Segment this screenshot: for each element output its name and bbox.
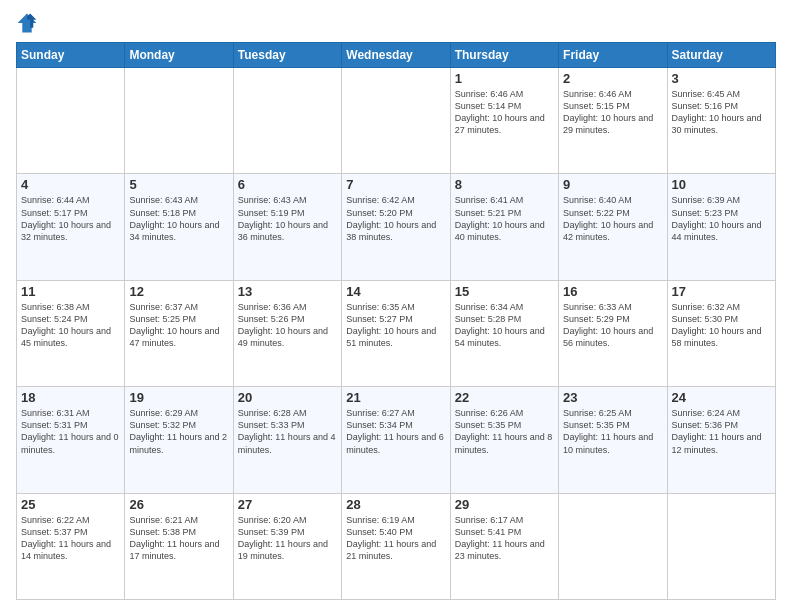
calendar-cell: 16Sunrise: 6:33 AM Sunset: 5:29 PM Dayli… (559, 280, 667, 386)
day-info: Sunrise: 6:37 AM Sunset: 5:25 PM Dayligh… (129, 301, 228, 350)
day-info: Sunrise: 6:40 AM Sunset: 5:22 PM Dayligh… (563, 194, 662, 243)
day-info: Sunrise: 6:43 AM Sunset: 5:19 PM Dayligh… (238, 194, 337, 243)
calendar-cell: 5Sunrise: 6:43 AM Sunset: 5:18 PM Daylig… (125, 174, 233, 280)
day-number: 11 (21, 284, 120, 299)
calendar-cell (667, 493, 775, 599)
calendar-day-header: Monday (125, 43, 233, 68)
day-number: 29 (455, 497, 554, 512)
calendar-cell: 28Sunrise: 6:19 AM Sunset: 5:40 PM Dayli… (342, 493, 450, 599)
page: SundayMondayTuesdayWednesdayThursdayFrid… (0, 0, 792, 612)
calendar-cell: 12Sunrise: 6:37 AM Sunset: 5:25 PM Dayli… (125, 280, 233, 386)
day-info: Sunrise: 6:24 AM Sunset: 5:36 PM Dayligh… (672, 407, 771, 456)
calendar-cell: 18Sunrise: 6:31 AM Sunset: 5:31 PM Dayli… (17, 387, 125, 493)
calendar-cell: 27Sunrise: 6:20 AM Sunset: 5:39 PM Dayli… (233, 493, 341, 599)
calendar-cell: 7Sunrise: 6:42 AM Sunset: 5:20 PM Daylig… (342, 174, 450, 280)
day-info: Sunrise: 6:19 AM Sunset: 5:40 PM Dayligh… (346, 514, 445, 563)
day-info: Sunrise: 6:46 AM Sunset: 5:14 PM Dayligh… (455, 88, 554, 137)
calendar-day-header: Wednesday (342, 43, 450, 68)
calendar-cell (233, 68, 341, 174)
day-info: Sunrise: 6:25 AM Sunset: 5:35 PM Dayligh… (563, 407, 662, 456)
logo-icon (16, 12, 38, 34)
calendar-day-header: Sunday (17, 43, 125, 68)
day-info: Sunrise: 6:22 AM Sunset: 5:37 PM Dayligh… (21, 514, 120, 563)
calendar-cell: 24Sunrise: 6:24 AM Sunset: 5:36 PM Dayli… (667, 387, 775, 493)
day-info: Sunrise: 6:45 AM Sunset: 5:16 PM Dayligh… (672, 88, 771, 137)
day-info: Sunrise: 6:43 AM Sunset: 5:18 PM Dayligh… (129, 194, 228, 243)
calendar-cell: 11Sunrise: 6:38 AM Sunset: 5:24 PM Dayli… (17, 280, 125, 386)
day-number: 26 (129, 497, 228, 512)
calendar-day-header: Tuesday (233, 43, 341, 68)
calendar-week-row: 25Sunrise: 6:22 AM Sunset: 5:37 PM Dayli… (17, 493, 776, 599)
day-number: 19 (129, 390, 228, 405)
calendar-cell (125, 68, 233, 174)
calendar-week-row: 11Sunrise: 6:38 AM Sunset: 5:24 PM Dayli… (17, 280, 776, 386)
calendar-cell: 19Sunrise: 6:29 AM Sunset: 5:32 PM Dayli… (125, 387, 233, 493)
calendar-week-row: 4Sunrise: 6:44 AM Sunset: 5:17 PM Daylig… (17, 174, 776, 280)
day-number: 20 (238, 390, 337, 405)
calendar-cell: 9Sunrise: 6:40 AM Sunset: 5:22 PM Daylig… (559, 174, 667, 280)
day-info: Sunrise: 6:35 AM Sunset: 5:27 PM Dayligh… (346, 301, 445, 350)
day-number: 14 (346, 284, 445, 299)
header (16, 12, 776, 34)
day-number: 28 (346, 497, 445, 512)
calendar-cell: 17Sunrise: 6:32 AM Sunset: 5:30 PM Dayli… (667, 280, 775, 386)
day-number: 15 (455, 284, 554, 299)
calendar-cell: 6Sunrise: 6:43 AM Sunset: 5:19 PM Daylig… (233, 174, 341, 280)
calendar-cell: 4Sunrise: 6:44 AM Sunset: 5:17 PM Daylig… (17, 174, 125, 280)
day-number: 25 (21, 497, 120, 512)
day-info: Sunrise: 6:27 AM Sunset: 5:34 PM Dayligh… (346, 407, 445, 456)
day-number: 23 (563, 390, 662, 405)
day-number: 17 (672, 284, 771, 299)
day-info: Sunrise: 6:20 AM Sunset: 5:39 PM Dayligh… (238, 514, 337, 563)
day-info: Sunrise: 6:17 AM Sunset: 5:41 PM Dayligh… (455, 514, 554, 563)
day-info: Sunrise: 6:41 AM Sunset: 5:21 PM Dayligh… (455, 194, 554, 243)
day-number: 22 (455, 390, 554, 405)
day-number: 7 (346, 177, 445, 192)
day-info: Sunrise: 6:28 AM Sunset: 5:33 PM Dayligh… (238, 407, 337, 456)
day-number: 4 (21, 177, 120, 192)
calendar-cell: 2Sunrise: 6:46 AM Sunset: 5:15 PM Daylig… (559, 68, 667, 174)
day-number: 8 (455, 177, 554, 192)
day-number: 2 (563, 71, 662, 86)
calendar-cell: 20Sunrise: 6:28 AM Sunset: 5:33 PM Dayli… (233, 387, 341, 493)
calendar-cell: 10Sunrise: 6:39 AM Sunset: 5:23 PM Dayli… (667, 174, 775, 280)
calendar-cell: 3Sunrise: 6:45 AM Sunset: 5:16 PM Daylig… (667, 68, 775, 174)
calendar-week-row: 1Sunrise: 6:46 AM Sunset: 5:14 PM Daylig… (17, 68, 776, 174)
calendar-cell: 1Sunrise: 6:46 AM Sunset: 5:14 PM Daylig… (450, 68, 558, 174)
day-info: Sunrise: 6:44 AM Sunset: 5:17 PM Dayligh… (21, 194, 120, 243)
day-info: Sunrise: 6:46 AM Sunset: 5:15 PM Dayligh… (563, 88, 662, 137)
calendar-week-row: 18Sunrise: 6:31 AM Sunset: 5:31 PM Dayli… (17, 387, 776, 493)
day-info: Sunrise: 6:21 AM Sunset: 5:38 PM Dayligh… (129, 514, 228, 563)
calendar-day-header: Saturday (667, 43, 775, 68)
calendar-cell (342, 68, 450, 174)
calendar-cell: 15Sunrise: 6:34 AM Sunset: 5:28 PM Dayli… (450, 280, 558, 386)
day-info: Sunrise: 6:33 AM Sunset: 5:29 PM Dayligh… (563, 301, 662, 350)
day-number: 9 (563, 177, 662, 192)
day-info: Sunrise: 6:26 AM Sunset: 5:35 PM Dayligh… (455, 407, 554, 456)
day-number: 10 (672, 177, 771, 192)
day-number: 13 (238, 284, 337, 299)
calendar-day-header: Thursday (450, 43, 558, 68)
day-number: 24 (672, 390, 771, 405)
calendar-cell (559, 493, 667, 599)
calendar-day-header: Friday (559, 43, 667, 68)
day-number: 6 (238, 177, 337, 192)
calendar-cell: 23Sunrise: 6:25 AM Sunset: 5:35 PM Dayli… (559, 387, 667, 493)
day-info: Sunrise: 6:29 AM Sunset: 5:32 PM Dayligh… (129, 407, 228, 456)
calendar-cell: 14Sunrise: 6:35 AM Sunset: 5:27 PM Dayli… (342, 280, 450, 386)
day-info: Sunrise: 6:31 AM Sunset: 5:31 PM Dayligh… (21, 407, 120, 456)
day-number: 21 (346, 390, 445, 405)
day-number: 18 (21, 390, 120, 405)
calendar-cell: 29Sunrise: 6:17 AM Sunset: 5:41 PM Dayli… (450, 493, 558, 599)
day-info: Sunrise: 6:32 AM Sunset: 5:30 PM Dayligh… (672, 301, 771, 350)
day-number: 12 (129, 284, 228, 299)
calendar-table: SundayMondayTuesdayWednesdayThursdayFrid… (16, 42, 776, 600)
day-info: Sunrise: 6:39 AM Sunset: 5:23 PM Dayligh… (672, 194, 771, 243)
calendar-header-row: SundayMondayTuesdayWednesdayThursdayFrid… (17, 43, 776, 68)
calendar-cell: 22Sunrise: 6:26 AM Sunset: 5:35 PM Dayli… (450, 387, 558, 493)
day-info: Sunrise: 6:34 AM Sunset: 5:28 PM Dayligh… (455, 301, 554, 350)
day-number: 1 (455, 71, 554, 86)
day-info: Sunrise: 6:38 AM Sunset: 5:24 PM Dayligh… (21, 301, 120, 350)
day-number: 27 (238, 497, 337, 512)
calendar-cell: 13Sunrise: 6:36 AM Sunset: 5:26 PM Dayli… (233, 280, 341, 386)
